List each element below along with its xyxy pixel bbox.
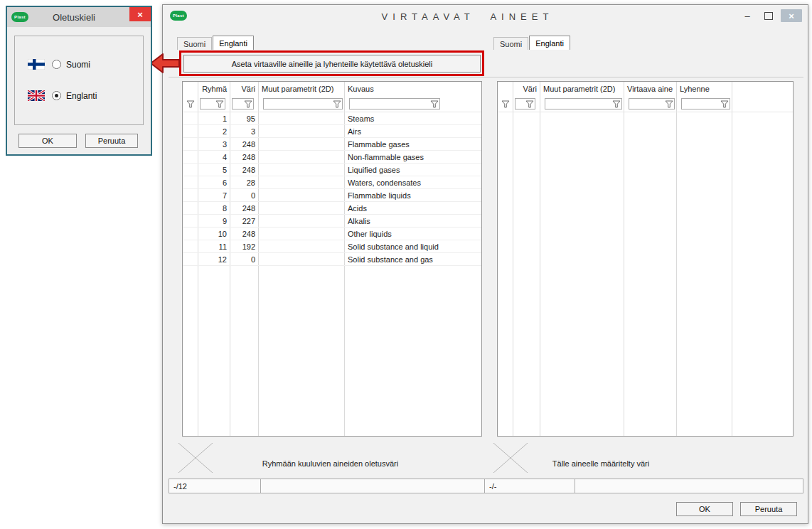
close-button[interactable]: × <box>781 9 802 22</box>
table-row[interactable]: 628Waters, condensates <box>183 176 481 189</box>
column-header-vari[interactable]: Väri <box>230 82 259 96</box>
filter-cell <box>183 96 198 112</box>
dialog-ok-button[interactable]: OK <box>18 134 77 148</box>
close-button[interactable]: × <box>129 7 151 21</box>
maximize-button[interactable] <box>759 9 778 22</box>
table-cell: 1 <box>198 112 230 124</box>
left-table-header: Ryhmä Väri Muut parametrit (2D) Kuvaus <box>183 82 481 96</box>
row-indicator <box>183 215 198 227</box>
filter-input[interactable] <box>629 98 675 109</box>
filter-input[interactable] <box>515 98 535 109</box>
dialog-title: Oletuskieli <box>21 12 127 23</box>
no-color-box-icon <box>493 443 528 473</box>
indicator-column-header <box>498 82 513 96</box>
grid-filler-cell <box>624 112 677 436</box>
set-default-language-button[interactable]: Aseta virtaaville aineille ja lyhenteill… <box>183 55 481 73</box>
table-cell <box>259 253 345 265</box>
separator-line <box>169 77 803 78</box>
column-header-muut-parametrit[interactable]: Muut parametrit (2D) <box>259 82 345 96</box>
left-tab-englanti[interactable]: Englanti <box>213 36 254 50</box>
filter-icon[interactable] <box>525 100 534 108</box>
table-row[interactable]: 4248Non-flammable gases <box>183 151 481 164</box>
row-indicator <box>183 228 198 240</box>
grid-filler-cell <box>345 266 481 436</box>
table-cell <box>259 125 345 137</box>
table-row[interactable]: 3248Flammable gases <box>183 138 481 151</box>
dialog-cancel-button[interactable]: Peruuta <box>85 134 138 148</box>
filter-icon[interactable] <box>612 100 621 108</box>
table-row[interactable]: 70Flammable liquids <box>183 189 481 202</box>
column-header-lyhenne[interactable]: Lyhenne <box>677 82 732 96</box>
status-panel <box>575 479 803 493</box>
table-cell <box>259 112 345 124</box>
filter-input[interactable] <box>349 98 440 109</box>
table-row[interactable]: 11192Solid substance and liquid <box>183 240 481 253</box>
dialog-titlebar[interactable]: Plast Oletuskieli × <box>7 7 151 27</box>
filter-icon[interactable] <box>215 100 224 108</box>
row-indicator <box>183 202 198 214</box>
filter-icon[interactable] <box>501 100 510 108</box>
status-bar: -/12 -/- <box>169 479 803 493</box>
grid-filler-cell <box>677 112 732 436</box>
grid-filler-cell <box>198 266 230 436</box>
grid-filler-cell <box>498 112 513 436</box>
status-panel <box>260 479 485 493</box>
table-cell: Waters, condensates <box>345 176 481 188</box>
column-header-kuvaus[interactable]: Kuvaus <box>345 82 481 96</box>
left-table-body: 195Steams23Airs3248Flammable gases4248No… <box>183 112 481 266</box>
grid-filler-cell <box>513 112 540 436</box>
right-color-legend: Tälle aineelle määritelty väri <box>493 440 794 473</box>
table-cell: 8 <box>198 202 230 214</box>
cancel-button[interactable]: Peruuta <box>740 502 797 516</box>
right-table-empty-area <box>498 112 793 436</box>
column-header-vari[interactable]: Väri <box>513 82 540 96</box>
table-cell <box>259 151 345 163</box>
indicator-column-header <box>183 82 198 96</box>
table-row[interactable]: 5248Liquified gases <box>183 164 481 176</box>
right-tab-suomi[interactable]: Suomi <box>493 37 528 50</box>
left-tab-strip: Suomi Englanti <box>177 36 255 50</box>
table-row[interactable]: 9227Alkalis <box>183 215 481 228</box>
window-titlebar[interactable]: Plast VIRTAAVAT AINEET – × <box>163 5 808 28</box>
filter-icon[interactable] <box>430 100 439 108</box>
filter-icon[interactable] <box>186 100 195 108</box>
table-cell: 7 <box>198 189 230 201</box>
right-tab-englanti[interactable]: Englanti <box>529 36 570 50</box>
minimize-button[interactable]: – <box>738 9 757 22</box>
radio-suomi[interactable]: Suomi <box>52 60 90 70</box>
column-header-ryhma[interactable]: Ryhmä <box>198 82 230 96</box>
table-cell <box>259 176 345 188</box>
filter-input[interactable] <box>232 98 254 109</box>
ok-button[interactable]: OK <box>676 502 733 516</box>
filter-icon[interactable] <box>720 100 729 108</box>
filter-input[interactable] <box>200 98 225 109</box>
filter-cell <box>345 96 481 112</box>
table-cell <box>259 215 345 227</box>
filter-icon[interactable] <box>333 100 341 108</box>
left-tab-suomi[interactable]: Suomi <box>177 37 212 50</box>
filter-cell <box>230 96 259 112</box>
table-cell: Flammable gases <box>345 138 481 150</box>
table-cell: 6 <box>198 176 230 188</box>
filter-icon[interactable] <box>244 100 252 108</box>
filter-input[interactable] <box>263 98 343 109</box>
table-cell: 248 <box>230 151 259 163</box>
default-language-dialog: Plast Oletuskieli × Suomi Englanti OK Pe… <box>6 6 152 156</box>
table-cell <box>259 240 345 252</box>
column-header-virtaava-aine[interactable]: Virtaava aine <box>624 82 677 96</box>
radio-englanti[interactable]: Englanti <box>52 91 97 101</box>
filter-input[interactable] <box>545 98 622 109</box>
filter-input[interactable] <box>681 98 730 109</box>
column-header-muut-parametrit[interactable]: Muut parametrit (2D) <box>540 82 624 96</box>
table-row[interactable]: 195Steams <box>183 112 481 125</box>
radio-suomi-label: Suomi <box>66 60 90 70</box>
uk-flag-icon <box>28 90 45 101</box>
table-cell <box>259 202 345 214</box>
table-row[interactable]: 120Solid substance and gas <box>183 253 481 266</box>
table-row[interactable]: 23Airs <box>183 125 481 138</box>
window-controls: – × <box>738 9 802 22</box>
grid-filler-cell <box>259 266 345 436</box>
table-row[interactable]: 8248Acids <box>183 202 481 215</box>
table-row[interactable]: 10248Other liquids <box>183 228 481 240</box>
filter-icon[interactable] <box>665 100 673 108</box>
